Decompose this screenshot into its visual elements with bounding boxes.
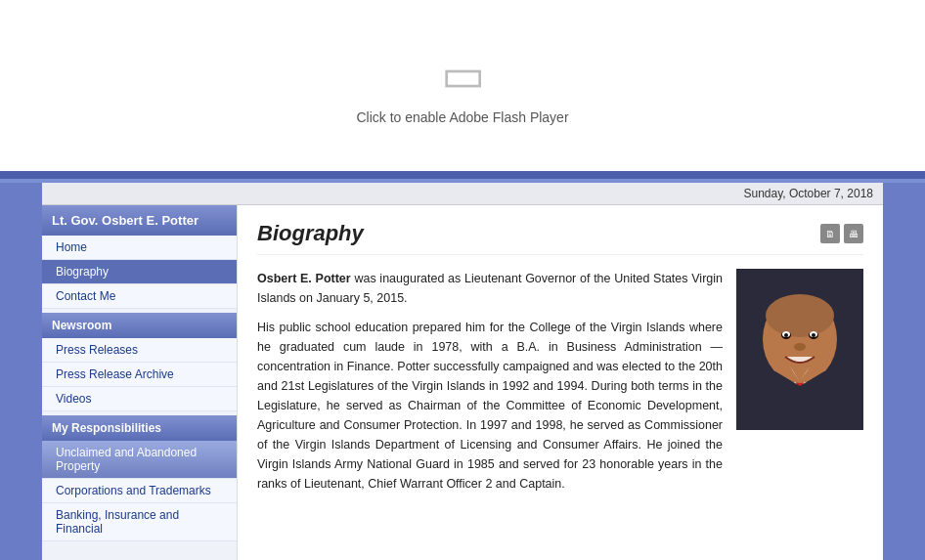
flash-text: Click to enable Adobe Flash Player — [356, 109, 568, 125]
sidebar-main-title: Lt. Gov. Osbert E. Potter — [42, 205, 237, 236]
flash-placeholder[interactable]: ▭ Click to enable Adobe Flash Player — [356, 47, 568, 125]
puzzle-icon: ▭ — [441, 47, 485, 102]
date-text: Sunday, October 7, 2018 — [743, 187, 873, 200]
bio-paragraph2: His public school education prepared him… — [257, 318, 723, 494]
bio-text: Osbert E. Potter was inaugurated as Lieu… — [257, 269, 723, 503]
responsibilities-section-title: My Responsibilities — [42, 415, 237, 441]
bio-paragraph1: Osbert E. Potter was inaugurated as Lieu… — [257, 269, 723, 308]
pdf-icon[interactable]: 🗎 — [820, 224, 840, 243]
biography-title: Biography — [257, 221, 364, 246]
bio-body: Osbert E. Potter was inaugurated as Lieu… — [257, 269, 863, 503]
sidebar-item-biography[interactable]: Biography — [42, 260, 237, 284]
svg-point-11 — [812, 333, 815, 337]
portrait-svg — [736, 269, 863, 430]
portrait-image — [736, 269, 863, 430]
main-wrapper: Sunday, October 7, 2018 Lt. Gov. Osbert … — [42, 183, 883, 560]
newsroom-section-title: Newsroom — [42, 313, 237, 338]
print-icon[interactable]: 🖶 — [844, 224, 863, 243]
sidebar-item-press-release-archive[interactable]: Press Release Archive — [42, 363, 237, 387]
top-banner: ▭ Click to enable Adobe Flash Player — [0, 0, 925, 171]
sidebar-item-press-releases[interactable]: Press Releases — [42, 338, 237, 363]
blue-bar-dark — [0, 171, 925, 179]
svg-point-12 — [794, 343, 806, 351]
sidebar-item-banking[interactable]: Banking, Insurance and Financial — [42, 503, 237, 541]
content-layout: Lt. Gov. Osbert E. Potter Home Biography… — [42, 205, 883, 560]
main-content: Biography 🗎 🖶 Osbert E. Potter was inaug… — [238, 205, 883, 560]
bio-icons: 🗎 🖶 — [820, 224, 863, 243]
sidebar-item-videos[interactable]: Videos — [42, 387, 237, 411]
date-bar: Sunday, October 7, 2018 — [42, 183, 883, 205]
bio-header: Biography 🗎 🖶 — [257, 221, 863, 255]
sidebar: Lt. Gov. Osbert E. Potter Home Biography… — [42, 205, 238, 560]
svg-point-5 — [766, 294, 834, 337]
sidebar-item-home[interactable]: Home — [42, 236, 237, 260]
sidebar-item-corporations[interactable]: Corporations and Trademarks — [42, 479, 237, 503]
bio-photo — [736, 269, 863, 430]
sidebar-item-contact[interactable]: Contact Me — [42, 284, 237, 309]
sidebar-item-unclaimed[interactable]: Unclaimed and Abandoned Property — [42, 441, 237, 479]
svg-point-10 — [784, 333, 788, 337]
